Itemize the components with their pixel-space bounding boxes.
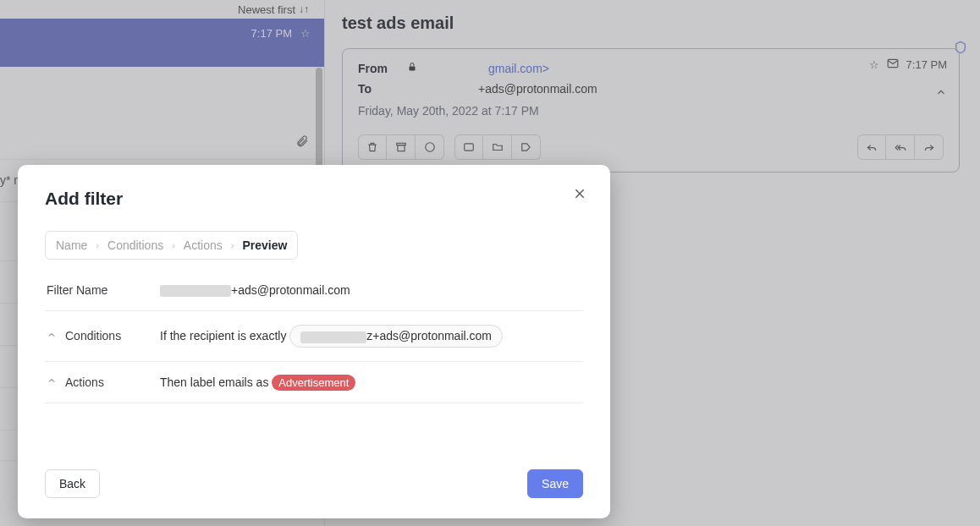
chevron-up-icon[interactable]	[47, 375, 57, 388]
filter-name-section: Filter Name +ads@protonmail.com	[45, 270, 583, 311]
wizard-step-actions[interactable]: Actions	[184, 238, 223, 252]
actions-label: Actions	[65, 375, 104, 389]
conditions-section: Conditions If the recipient is exactly z…	[45, 311, 583, 361]
chevron-right-icon: ›	[172, 240, 175, 250]
back-button[interactable]: Back	[45, 469, 100, 498]
chevron-up-icon[interactable]	[47, 330, 57, 342]
close-icon[interactable]	[570, 184, 590, 204]
action-value: Then label emails as Advertisement	[160, 375, 581, 389]
add-filter-dialog: Add filter Name › Conditions › Actions ›…	[18, 165, 610, 518]
condition-pill: z+ads@protonmail.com	[289, 325, 503, 347]
filter-name-label: Filter Name	[47, 283, 107, 297]
wizard-step-name[interactable]: Name	[56, 238, 87, 252]
actions-section: Actions Then label emails as Advertiseme…	[45, 362, 583, 403]
wizard-steps: Name › Conditions › Actions › Preview	[45, 231, 298, 260]
dialog-title: Add filter	[45, 189, 583, 209]
chevron-right-icon: ›	[231, 240, 234, 250]
condition-value: If the recipient is exactly z+ads@proton…	[160, 325, 581, 347]
chevron-right-icon: ›	[96, 240, 99, 250]
label-badge: Advertisement	[272, 375, 355, 391]
wizard-step-preview[interactable]: Preview	[242, 238, 287, 252]
filter-name-value: +ads@protonmail.com	[160, 283, 581, 297]
wizard-step-conditions[interactable]: Conditions	[107, 238, 163, 252]
redacted-text	[160, 285, 231, 297]
conditions-label: Conditions	[65, 329, 121, 342]
save-button[interactable]: Save	[527, 469, 583, 498]
